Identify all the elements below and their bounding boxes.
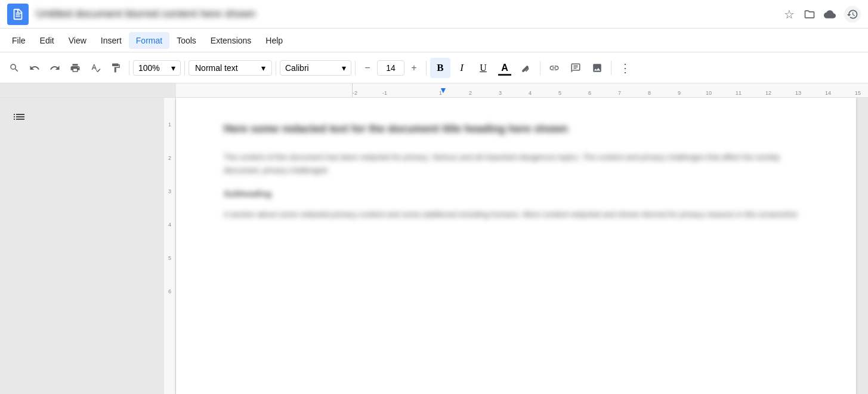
text-style-chevron-icon: ▾ [261, 63, 265, 73]
menu-tools[interactable]: Tools [169, 32, 203, 49]
separator-3 [276, 61, 276, 75]
font-size-input[interactable]: 14 [377, 60, 404, 76]
separator-5 [426, 61, 427, 75]
ruler-mark-12: 12 [765, 90, 771, 96]
font-control[interactable]: Calibri ▾ [280, 60, 351, 76]
undo-button[interactable] [25, 58, 44, 77]
font-chevron-icon: ▾ [342, 63, 346, 73]
ruler-left-margin [0, 83, 176, 97]
link-button[interactable] [544, 58, 564, 78]
decrease-font-size-button[interactable]: − [359, 60, 376, 76]
font-value: Calibri [285, 63, 309, 73]
move-to-folder-icon[interactable] [804, 8, 816, 20]
ruler-mark-4: 4 [529, 90, 532, 96]
toolbar: 100% ▾ Normal text ▾ Calibri ▾ − 14 + B … [0, 52, 868, 83]
left-sidebar: 1 2 3 4 5 6 [0, 98, 176, 394]
bold-button[interactable]: B [430, 58, 450, 78]
ruler-mark-15: 15 [855, 90, 861, 96]
right-sidebar [856, 98, 868, 394]
v-ruler-4: 4 [164, 222, 175, 228]
zoom-value: 100% [138, 63, 160, 73]
ruler-mark-2: 2 [469, 90, 472, 96]
menu-file[interactable]: File [5, 32, 33, 49]
zoom-chevron-icon: ▾ [171, 63, 175, 73]
svg-rect-0 [16, 14, 20, 15]
redo-button[interactable] [45, 58, 64, 77]
svg-rect-2 [16, 13, 17, 13]
underline-button[interactable]: U [473, 58, 493, 78]
separator-1 [129, 61, 129, 75]
menu-bar: File Edit View Insert Format Tools Exten… [0, 29, 868, 52]
ruler-mark-14: 14 [825, 90, 831, 96]
menu-insert[interactable]: Insert [94, 32, 129, 49]
v-ruler-5: 5 [164, 255, 175, 261]
paint-format-button[interactable] [106, 58, 125, 77]
doc-title[interactable]: Untitled document blurred content here s… [36, 8, 783, 20]
ruler-mark-3: 3 [499, 90, 502, 96]
print-button[interactable] [66, 58, 85, 77]
highlight-button[interactable] [516, 58, 536, 78]
star-icon[interactable]: ☆ [783, 8, 795, 20]
v-ruler-3: 3 [164, 188, 175, 194]
zoom-control[interactable]: 100% ▾ [133, 60, 181, 76]
ruler-mark-7: 7 [618, 90, 621, 96]
document-title: Here some redacted text for the document… [224, 122, 808, 136]
ruler-mark-6: 6 [588, 90, 591, 96]
ruler-mark-10: 10 [706, 90, 712, 96]
ruler-mark-8: 8 [648, 90, 651, 96]
image-button[interactable] [587, 58, 607, 78]
ruler-mark-neg2: -2 [353, 90, 357, 96]
title-bar: Untitled document blurred content here s… [0, 0, 868, 29]
title-bar-right: ☆ [783, 6, 861, 23]
svg-rect-4 [573, 68, 576, 69]
font-size-group: − 14 + [359, 60, 422, 76]
separator-2 [184, 61, 185, 75]
cloud-save-icon[interactable] [824, 8, 836, 20]
text-color-button[interactable]: A [495, 58, 515, 78]
spellcheck-button[interactable] [86, 58, 105, 77]
ruler-mark-neg1: -1 [382, 90, 387, 96]
v-ruler-1: 1 [164, 122, 175, 128]
svg-rect-1 [16, 15, 20, 16]
more-options-button[interactable]: ⋮ [615, 58, 635, 78]
v-ruler-6: 6 [164, 288, 175, 294]
ruler: ▼ -2 -1 1 2 3 4 5 6 7 8 9 10 11 12 13 14… [0, 83, 868, 98]
menu-help[interactable]: Help [258, 32, 290, 49]
document-paragraph-1: The content of this document has been re… [224, 151, 808, 177]
document-subheading: Subheading [224, 189, 808, 198]
svg-rect-3 [573, 66, 578, 67]
ruler-mark-1: 1 [439, 90, 442, 96]
separator-7 [611, 61, 611, 75]
separator-4 [355, 61, 356, 75]
vertical-ruler: 1 2 3 4 5 6 [164, 98, 176, 394]
ruler-mark-9: 9 [678, 90, 681, 96]
menu-extensions[interactable]: Extensions [203, 32, 258, 49]
search-button[interactable] [5, 58, 24, 77]
ruler-mark-11: 11 [736, 90, 742, 96]
increase-font-size-button[interactable]: + [406, 60, 422, 76]
outline-icon[interactable] [12, 110, 26, 127]
app-logo [7, 4, 29, 25]
menu-format[interactable]: Format [129, 32, 169, 49]
ruler-mark-13: 13 [795, 90, 801, 96]
text-style-control[interactable]: Normal text ▾ [189, 60, 272, 76]
ruler-markings: ▼ -2 -1 1 2 3 4 5 6 7 8 9 10 11 12 13 14… [352, 83, 868, 97]
v-ruler-2: 2 [164, 155, 175, 161]
title-area: Untitled document blurred content here s… [36, 8, 783, 20]
menu-view[interactable]: View [61, 32, 94, 49]
doc-page[interactable]: Here some redacted text for the document… [176, 98, 856, 394]
document-paragraph-2: A section about some redacted privacy co… [224, 208, 808, 221]
svg-rect-5 [573, 65, 578, 66]
separator-6 [540, 61, 540, 75]
text-color-indicator [498, 74, 511, 76]
history-icon[interactable] [844, 6, 861, 23]
comment-button[interactable] [566, 58, 586, 78]
menu-edit[interactable]: Edit [33, 32, 61, 49]
ruler-mark-5: 5 [558, 90, 561, 96]
text-style-value: Normal text [195, 63, 238, 73]
content-area: 1 2 3 4 5 6 Here some redacted text for … [0, 98, 868, 394]
italic-button[interactable]: I [452, 58, 472, 78]
